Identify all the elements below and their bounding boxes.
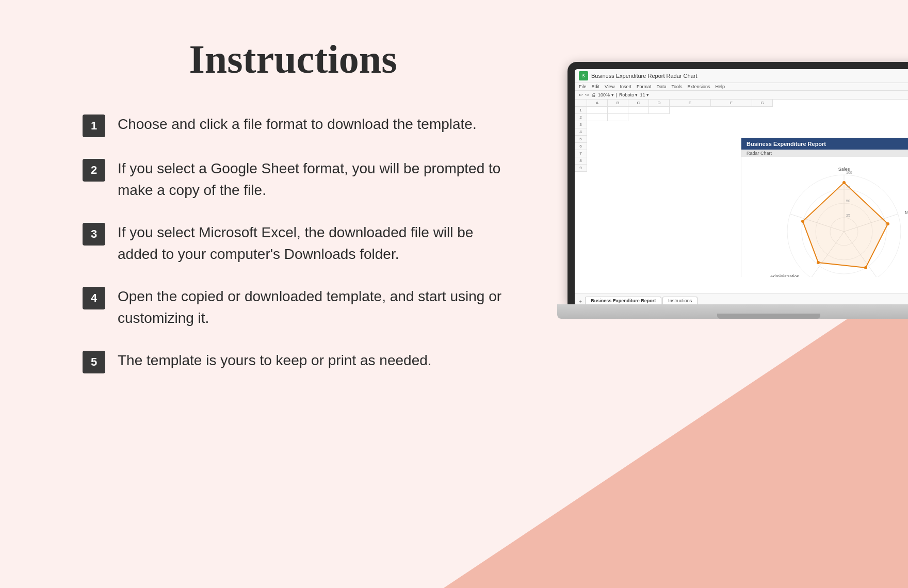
- sheets-icon: S: [579, 71, 588, 80]
- menu-view[interactable]: View: [605, 84, 614, 89]
- toolbar-size: 11 ▾: [640, 92, 649, 97]
- laptop-base: [557, 304, 908, 319]
- menu-file[interactable]: File: [579, 84, 587, 89]
- menu-bar: File Edit View Insert Format Data Tools …: [575, 83, 908, 91]
- laptop-screen-outer: S Business Expenditure Report Radar Char…: [568, 62, 908, 304]
- menu-insert[interactable]: Insert: [620, 84, 631, 89]
- menu-help[interactable]: Help: [715, 84, 725, 89]
- chart-subtitle: Radar Chart: [741, 150, 908, 157]
- svg-point-11: [886, 222, 889, 225]
- instruction-text-1: Choose and click a file format to downlo…: [118, 113, 477, 135]
- toolbar: ↩ ↪ 🖨 100% ▾ | Roboto ▾ 11 ▾: [575, 91, 908, 100]
- instruction-text-5: The template is yours to keep or print a…: [118, 350, 432, 371]
- list-item: 2 If you select a Google Sheet format, y…: [83, 158, 504, 201]
- content-wrapper: Instructions 1 Choose and click a file f…: [0, 0, 908, 588]
- radar-chart: Sales Ma… Dev Administration 100 75 5: [741, 157, 908, 277]
- svg-text:100: 100: [846, 171, 852, 174]
- tab-instructions[interactable]: Instructions: [662, 297, 698, 304]
- svg-text:50: 50: [846, 199, 850, 203]
- page-title: Instructions: [83, 36, 504, 83]
- list-item: 4 Open the copied or downloaded template…: [83, 286, 504, 329]
- svg-point-12: [864, 266, 867, 269]
- step-badge-4: 4: [83, 287, 105, 309]
- list-item: 1 Choose and click a file format to down…: [83, 113, 504, 137]
- instruction-text-2: If you select a Google Sheet format, you…: [118, 158, 504, 201]
- list-item: 5 The template is yours to keep or print…: [83, 350, 504, 373]
- menu-data[interactable]: Data: [656, 84, 666, 89]
- tab-expenditure-report[interactable]: Business Expenditure Report: [585, 297, 661, 304]
- chart-area: Business Expenditure Report Radar Chart: [741, 138, 908, 277]
- toolbar-print[interactable]: 🖨: [591, 92, 596, 97]
- toolbar-separator: |: [616, 92, 617, 97]
- svg-text:Ma…: Ma…: [905, 210, 908, 215]
- toolbar-font: Roboto ▾: [619, 92, 638, 97]
- instruction-text-4: Open the copied or downloaded template, …: [118, 286, 504, 329]
- step-badge-5: 5: [83, 351, 105, 373]
- spreadsheet-header: S Business Expenditure Report Radar Char…: [575, 69, 908, 83]
- left-section: Instructions 1 Choose and click a file f…: [0, 0, 545, 588]
- svg-marker-9: [803, 183, 888, 268]
- instructions-list: 1 Choose and click a file format to down…: [83, 113, 504, 373]
- list-item: 3 If you select Microsoft Excel, the dow…: [83, 222, 504, 265]
- radar-svg: Sales Ma… Dev Administration 100 75 5: [751, 165, 908, 277]
- instruction-text-3: If you select Microsoft Excel, the downl…: [118, 222, 504, 265]
- add-sheet-button[interactable]: +: [579, 298, 582, 304]
- menu-edit[interactable]: Edit: [592, 84, 600, 89]
- spreadsheet-title: Business Expenditure Report Radar Chart: [591, 73, 697, 79]
- svg-text:75: 75: [846, 185, 850, 189]
- menu-tools[interactable]: Tools: [671, 84, 682, 89]
- step-badge-3: 3: [83, 223, 105, 246]
- menu-extensions[interactable]: Extensions: [687, 84, 710, 89]
- svg-point-10: [842, 181, 846, 184]
- svg-point-14: [801, 220, 804, 223]
- right-section: S Business Expenditure Report Radar Char…: [545, 0, 908, 588]
- step-badge-1: 1: [83, 115, 105, 137]
- step-badge-2: 2: [83, 159, 105, 182]
- toolbar-redo[interactable]: ↪: [585, 92, 589, 97]
- svg-point-13: [817, 261, 820, 264]
- laptop-mockup: S Business Expenditure Report Radar Char…: [568, 62, 908, 330]
- menu-format[interactable]: Format: [637, 84, 652, 89]
- chart-title: Business Expenditure Report: [741, 138, 908, 150]
- toolbar-undo[interactable]: ↩: [579, 92, 583, 97]
- spreadsheet-tabs: + Business Expenditure Report Instructio…: [575, 293, 908, 304]
- svg-text:25: 25: [846, 214, 850, 217]
- svg-text:Administration: Administration: [770, 274, 799, 277]
- toolbar-zoom: 100% ▾: [598, 92, 614, 97]
- laptop-screen-inner: S Business Expenditure Report Radar Char…: [575, 69, 908, 304]
